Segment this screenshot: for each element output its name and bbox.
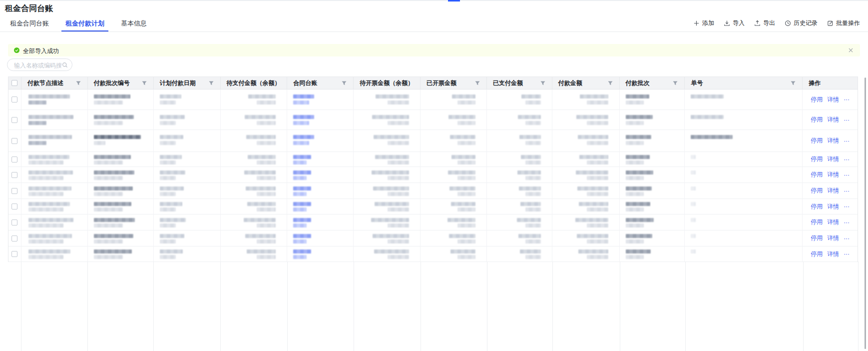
row-checkbox[interactable] xyxy=(11,251,17,257)
more-icon[interactable]: ··· xyxy=(844,235,850,242)
row-checkbox[interactable] xyxy=(11,117,17,123)
table-cell xyxy=(154,110,221,130)
table-row: 停用详情··· xyxy=(8,110,858,130)
filter-funnel-icon[interactable] xyxy=(209,81,214,86)
table-cell xyxy=(421,199,487,214)
success-banner: 全部导入成功 xyxy=(8,44,860,56)
banner-message: 全部导入成功 xyxy=(23,47,59,56)
details-link[interactable]: 详情 xyxy=(827,234,839,242)
table-cell xyxy=(287,214,354,230)
table-cell xyxy=(552,246,620,262)
disable-link[interactable]: 停用 xyxy=(811,170,823,179)
details-link[interactable]: 详情 xyxy=(827,202,839,211)
vertical-scrollbar[interactable] xyxy=(865,78,866,349)
row-checkbox[interactable] xyxy=(11,138,17,144)
table-cell xyxy=(421,167,487,182)
details-link[interactable]: 详情 xyxy=(827,218,839,226)
select-all-checkbox[interactable] xyxy=(11,80,17,86)
redacted-cell-content xyxy=(626,121,644,125)
details-link[interactable]: 详情 xyxy=(827,250,839,258)
details-link[interactable]: 详情 xyxy=(827,170,839,179)
more-icon[interactable]: ··· xyxy=(844,116,850,124)
redacted-cell-content xyxy=(457,255,475,259)
redacted-cell-content xyxy=(28,255,63,259)
redacted-cell-content xyxy=(372,115,409,119)
close-icon[interactable] xyxy=(849,48,853,52)
more-icon[interactable]: ··· xyxy=(844,172,850,178)
disable-link[interactable]: 停用 xyxy=(811,116,823,124)
redacted-cell-content xyxy=(160,208,176,212)
row-actions-cell: 停用详情··· xyxy=(803,152,858,166)
redacted-cell-content xyxy=(450,250,475,254)
table-cell xyxy=(88,110,154,130)
row-checkbox[interactable] xyxy=(11,220,17,226)
filter-funnel-icon[interactable] xyxy=(540,81,545,86)
more-icon[interactable]: ··· xyxy=(844,250,850,258)
filter-funnel-icon[interactable] xyxy=(673,81,678,86)
more-icon[interactable]: ··· xyxy=(844,203,850,210)
table-row: 停用详情··· xyxy=(8,167,858,183)
filter-funnel-icon[interactable] xyxy=(76,81,81,86)
row-checkbox[interactable] xyxy=(11,236,17,242)
table-cell xyxy=(221,230,288,246)
search-icon[interactable] xyxy=(62,62,68,68)
table-cell xyxy=(354,214,421,230)
row-checkbox[interactable] xyxy=(11,204,17,210)
details-link[interactable]: 详情 xyxy=(827,116,839,124)
table-cell xyxy=(421,230,487,246)
filter-funnel-icon[interactable] xyxy=(342,81,347,86)
batch-actions-button[interactable]: 批量操作 xyxy=(827,19,860,28)
row-checkbox[interactable] xyxy=(11,156,17,162)
table-cell xyxy=(421,130,487,152)
filter-funnel-icon[interactable] xyxy=(608,81,613,86)
redacted-cell-content xyxy=(449,186,475,190)
redacted-cell-content xyxy=(94,94,130,98)
redacted-cell-content xyxy=(94,202,131,206)
disable-link[interactable]: 停用 xyxy=(811,96,823,104)
history-button[interactable]: 历史记录 xyxy=(785,19,818,28)
redacted-cell-content xyxy=(94,234,133,238)
details-link[interactable]: 详情 xyxy=(827,96,839,104)
column-header: 付款节点描述 xyxy=(21,77,88,89)
details-link[interactable]: 详情 xyxy=(827,136,839,145)
disable-link[interactable]: 停用 xyxy=(811,186,823,195)
filter-funnel-icon[interactable] xyxy=(475,81,480,86)
tab-basic-info[interactable]: 基本信息 xyxy=(121,15,147,32)
more-icon[interactable]: ··· xyxy=(844,138,850,144)
disable-link[interactable]: 停用 xyxy=(811,136,823,145)
details-link[interactable]: 详情 xyxy=(827,155,839,164)
more-icon[interactable]: ··· xyxy=(844,219,850,226)
disable-link[interactable]: 停用 xyxy=(811,250,823,258)
disable-link[interactable]: 停用 xyxy=(811,155,823,164)
more-icon[interactable]: ··· xyxy=(844,156,850,163)
search-input[interactable] xyxy=(13,60,62,71)
filter-funnel-icon[interactable] xyxy=(791,81,796,86)
batch-edit-icon xyxy=(827,20,834,26)
page-title: 租金合同台账 xyxy=(5,4,53,14)
redacted-cell-content xyxy=(375,202,409,206)
tab-rental-payment-plan[interactable]: 租金付款计划 xyxy=(65,15,104,32)
redacted-cell-content xyxy=(257,224,276,228)
table-cell xyxy=(88,246,154,262)
table-cell xyxy=(154,130,221,152)
row-checkbox[interactable] xyxy=(11,188,17,194)
tab-rental-contract-ledger[interactable]: 租金合同台账 xyxy=(10,15,49,32)
disable-link[interactable]: 停用 xyxy=(811,202,823,211)
more-icon[interactable]: ··· xyxy=(844,96,850,103)
row-checkbox[interactable] xyxy=(11,96,17,102)
table-cell xyxy=(88,214,154,230)
row-checkbox[interactable] xyxy=(11,172,17,178)
redacted-cell-content xyxy=(28,234,72,238)
import-button[interactable]: 导入 xyxy=(724,19,745,28)
column-grid-line xyxy=(620,262,620,351)
disable-link[interactable]: 停用 xyxy=(811,234,823,242)
redacted-cell-content xyxy=(691,155,696,159)
redacted-cell-content xyxy=(525,224,541,228)
disable-link[interactable]: 停用 xyxy=(811,218,823,226)
add-button[interactable]: 添加 xyxy=(693,19,714,28)
export-button[interactable]: 导出 xyxy=(754,19,775,28)
history-icon xyxy=(785,20,791,26)
filter-funnel-icon[interactable] xyxy=(142,81,147,86)
details-link[interactable]: 详情 xyxy=(827,186,839,195)
more-icon[interactable]: ··· xyxy=(844,188,850,194)
